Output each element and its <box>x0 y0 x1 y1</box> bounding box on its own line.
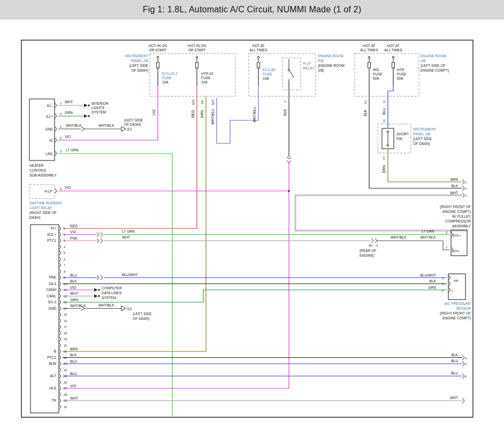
fuse-label: FUSE <box>162 76 172 80</box>
component-label: SENSOR <box>456 307 471 310</box>
arrow-icon <box>94 288 98 292</box>
pin-number: 4 <box>465 357 467 360</box>
pin-text: VIO <box>70 384 76 388</box>
wire-label: BLU <box>451 371 458 375</box>
component-label: SUB-ASSEMBLY <box>29 173 57 177</box>
inline-connector-icon <box>371 239 377 243</box>
wire-label: BLU <box>451 359 458 363</box>
location-label: COMPRESSOR <box>445 219 471 223</box>
component-label: INSTRUMENT <box>413 127 436 131</box>
component-label: CONTROL <box>29 168 47 172</box>
wire-vio-hls <box>63 162 289 388</box>
pin-text: 6 <box>64 258 65 261</box>
relay-contact <box>288 69 289 71</box>
fuse-element <box>368 63 371 68</box>
wire-label: GRN <box>428 286 436 289</box>
pin-text: 28 <box>64 393 67 396</box>
pin-text: VIO <box>70 286 76 289</box>
hot-label: ALL TIMES <box>360 48 378 52</box>
hot-label: OR START <box>188 48 206 52</box>
wire-red-igplus <box>63 86 197 228</box>
wire-label-vertical: BLK <box>363 109 367 116</box>
pin-text: PRE <box>49 275 56 279</box>
inline-connector-icon <box>97 233 103 237</box>
component-pin-label: PR <box>454 279 459 282</box>
pin-text: VIO <box>70 230 76 234</box>
component-label: HEATER <box>29 164 43 167</box>
wire-label-vertical: BLU <box>382 108 386 114</box>
wires <box>58 68 468 416</box>
pin-text: GRN <box>70 298 78 302</box>
dot-icon <box>88 115 89 117</box>
component-label: (LEFT SIDE <box>413 137 432 141</box>
pin-number: 5 <box>465 363 467 366</box>
pin-text: BLU <box>70 273 77 277</box>
wire-label: WHT <box>450 191 458 195</box>
pin-text: 9 <box>64 276 65 279</box>
component-label: LIGHT RELAY <box>29 206 52 210</box>
component-label: R/B <box>318 59 324 63</box>
wire-label: LT GRN <box>122 229 135 233</box>
pin-bracket <box>462 399 464 403</box>
wire-label: GRN <box>65 111 73 114</box>
wire-label: BLK <box>452 353 459 357</box>
fuse-label: FUSE <box>373 72 383 76</box>
pin-text: 16 <box>64 319 67 323</box>
pin-number: 4 <box>60 112 62 116</box>
component-label: A/C PRESSURE <box>445 302 471 305</box>
pin-text: WHT <box>70 396 78 400</box>
pin-text: SG-2 <box>48 300 57 304</box>
texts: HOT IN ON OR START HOT IN ON OR START HO… <box>29 44 471 400</box>
fuse-label: FUSE <box>201 76 211 80</box>
engine-room-jb-box <box>355 53 419 96</box>
pin-label: IG <box>49 139 53 142</box>
pin-text: 15 <box>64 313 67 316</box>
wire-blu-htr <box>388 86 393 128</box>
pin-text: 3 <box>64 239 65 242</box>
pin-text: 24 <box>64 369 67 372</box>
system-label: SYSTEM <box>91 110 106 114</box>
pin-text: 1 <box>64 227 65 230</box>
wire-label: WHT/BLK <box>420 235 436 239</box>
pin-bracket <box>462 362 464 366</box>
pin-text: HLS <box>49 386 56 390</box>
wire-label: LT GRN <box>66 148 79 152</box>
fuse-terminal <box>257 56 259 58</box>
fuse-rating: 10A <box>201 80 208 84</box>
pin-text: SOL+ <box>47 233 56 236</box>
connector-code: G2 <box>364 100 367 104</box>
connector-code: F7 <box>383 156 386 160</box>
system-label: COMPUTER <box>102 286 122 290</box>
pin-bracket <box>462 193 464 198</box>
fuse-symbols <box>157 56 395 68</box>
wire-label-vertical: WHT/BLU <box>211 109 215 125</box>
pin-text: BLU <box>70 372 77 376</box>
location-label: ASSEMBLY <box>452 224 471 228</box>
connector-code: 4 <box>376 244 378 247</box>
pin-text: 26 <box>64 381 67 384</box>
location-label: W/ PULLEY <box>452 215 471 218</box>
ground-icon <box>121 306 126 311</box>
pin-text: 19 <box>64 338 67 341</box>
pin-text: 23 <box>64 362 67 365</box>
component-label: ENGINE ROOM <box>318 54 343 58</box>
pin-label: ILL- <box>47 104 53 108</box>
fuse-element <box>392 63 395 68</box>
system-label: LIGHTS <box>91 106 104 110</box>
wire-label: VIO <box>65 186 71 189</box>
pin-text: WHT <box>70 292 78 295</box>
pin-text: 30 <box>64 405 67 409</box>
fuse-element <box>196 63 198 68</box>
page: Fig 1: 1.8L, Automatic A/C Circuit, NUMM… <box>0 0 504 429</box>
pin-text: PTC1 <box>47 239 56 242</box>
wire-label: WHT <box>65 100 73 104</box>
pin-text: RED <box>70 224 78 228</box>
location-label: ENGINE COMPT) <box>442 210 471 214</box>
hot-label: HOT AT <box>252 44 264 48</box>
wire-wht-compressor <box>295 195 468 231</box>
fuse-label: HTR-IG <box>201 72 213 75</box>
pin-number: 2 <box>446 231 447 234</box>
pin-number: 6 <box>60 187 62 190</box>
component-label: (LEFT SIDE OF <box>421 64 445 68</box>
main-connector-box <box>30 225 59 413</box>
